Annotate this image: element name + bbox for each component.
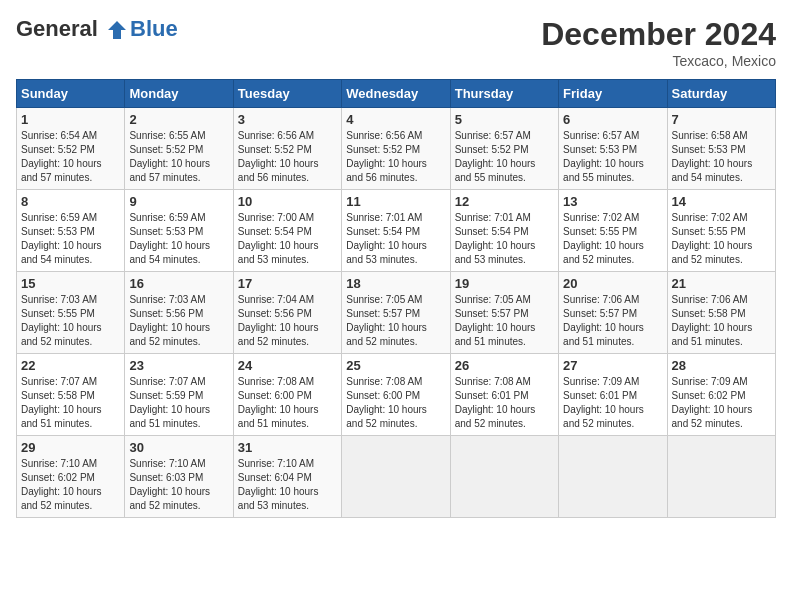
table-row: 3Sunrise: 6:56 AMSunset: 5:52 PMDaylight… — [233, 108, 341, 190]
col-thursday: Thursday — [450, 80, 558, 108]
day-number: 3 — [238, 112, 337, 127]
table-row: 24Sunrise: 7:08 AMSunset: 6:00 PMDayligh… — [233, 354, 341, 436]
svg-marker-0 — [108, 21, 126, 39]
day-number: 4 — [346, 112, 445, 127]
calendar-body: 1Sunrise: 6:54 AMSunset: 5:52 PMDaylight… — [17, 108, 776, 518]
table-row — [342, 436, 450, 518]
day-number: 24 — [238, 358, 337, 373]
calendar-row: 1Sunrise: 6:54 AMSunset: 5:52 PMDaylight… — [17, 108, 776, 190]
table-row: 18Sunrise: 7:05 AMSunset: 5:57 PMDayligh… — [342, 272, 450, 354]
day-number: 21 — [672, 276, 771, 291]
day-detail: Sunrise: 7:08 AMSunset: 6:01 PMDaylight:… — [455, 375, 554, 431]
table-row: 15Sunrise: 7:03 AMSunset: 5:55 PMDayligh… — [17, 272, 125, 354]
table-row: 11Sunrise: 7:01 AMSunset: 5:54 PMDayligh… — [342, 190, 450, 272]
table-row: 4Sunrise: 6:56 AMSunset: 5:52 PMDaylight… — [342, 108, 450, 190]
day-detail: Sunrise: 6:57 AMSunset: 5:53 PMDaylight:… — [563, 129, 662, 185]
day-detail: Sunrise: 7:10 AMSunset: 6:02 PMDaylight:… — [21, 457, 120, 513]
day-detail: Sunrise: 7:05 AMSunset: 5:57 PMDaylight:… — [346, 293, 445, 349]
day-number: 12 — [455, 194, 554, 209]
day-detail: Sunrise: 6:59 AMSunset: 5:53 PMDaylight:… — [21, 211, 120, 267]
day-number: 15 — [21, 276, 120, 291]
day-detail: Sunrise: 7:03 AMSunset: 5:56 PMDaylight:… — [129, 293, 228, 349]
day-detail: Sunrise: 7:06 AMSunset: 5:58 PMDaylight:… — [672, 293, 771, 349]
table-row: 26Sunrise: 7:08 AMSunset: 6:01 PMDayligh… — [450, 354, 558, 436]
calendar-row: 8Sunrise: 6:59 AMSunset: 5:53 PMDaylight… — [17, 190, 776, 272]
col-friday: Friday — [559, 80, 667, 108]
calendar-row: 29Sunrise: 7:10 AMSunset: 6:02 PMDayligh… — [17, 436, 776, 518]
table-row: 13Sunrise: 7:02 AMSunset: 5:55 PMDayligh… — [559, 190, 667, 272]
table-row: 16Sunrise: 7:03 AMSunset: 5:56 PMDayligh… — [125, 272, 233, 354]
day-number: 26 — [455, 358, 554, 373]
table-row: 2Sunrise: 6:55 AMSunset: 5:52 PMDaylight… — [125, 108, 233, 190]
col-sunday: Sunday — [17, 80, 125, 108]
day-detail: Sunrise: 7:08 AMSunset: 6:00 PMDaylight:… — [346, 375, 445, 431]
day-detail: Sunrise: 6:59 AMSunset: 5:53 PMDaylight:… — [129, 211, 228, 267]
day-detail: Sunrise: 6:56 AMSunset: 5:52 PMDaylight:… — [346, 129, 445, 185]
day-detail: Sunrise: 7:02 AMSunset: 5:55 PMDaylight:… — [563, 211, 662, 267]
day-detail: Sunrise: 7:10 AMSunset: 6:03 PMDaylight:… — [129, 457, 228, 513]
table-row: 27Sunrise: 7:09 AMSunset: 6:01 PMDayligh… — [559, 354, 667, 436]
table-row: 20Sunrise: 7:06 AMSunset: 5:57 PMDayligh… — [559, 272, 667, 354]
col-monday: Monday — [125, 80, 233, 108]
table-row: 29Sunrise: 7:10 AMSunset: 6:02 PMDayligh… — [17, 436, 125, 518]
day-detail: Sunrise: 6:56 AMSunset: 5:52 PMDaylight:… — [238, 129, 337, 185]
header-row: Sunday Monday Tuesday Wednesday Thursday… — [17, 80, 776, 108]
day-number: 1 — [21, 112, 120, 127]
title-section: December 2024 Texcaco, Mexico — [541, 16, 776, 69]
page-header: General Blue December 2024 Texcaco, Mexi… — [16, 16, 776, 69]
month-year-title: December 2024 — [541, 16, 776, 53]
table-row: 7Sunrise: 6:58 AMSunset: 5:53 PMDaylight… — [667, 108, 775, 190]
day-detail: Sunrise: 7:00 AMSunset: 5:54 PMDaylight:… — [238, 211, 337, 267]
day-detail: Sunrise: 7:01 AMSunset: 5:54 PMDaylight:… — [346, 211, 445, 267]
day-detail: Sunrise: 7:03 AMSunset: 5:55 PMDaylight:… — [21, 293, 120, 349]
day-detail: Sunrise: 7:09 AMSunset: 6:01 PMDaylight:… — [563, 375, 662, 431]
table-row: 19Sunrise: 7:05 AMSunset: 5:57 PMDayligh… — [450, 272, 558, 354]
col-wednesday: Wednesday — [342, 80, 450, 108]
day-detail: Sunrise: 7:09 AMSunset: 6:02 PMDaylight:… — [672, 375, 771, 431]
table-row: 30Sunrise: 7:10 AMSunset: 6:03 PMDayligh… — [125, 436, 233, 518]
logo-blue: Blue — [130, 16, 178, 42]
day-detail: Sunrise: 7:08 AMSunset: 6:00 PMDaylight:… — [238, 375, 337, 431]
day-number: 10 — [238, 194, 337, 209]
location-subtitle: Texcaco, Mexico — [541, 53, 776, 69]
day-number: 6 — [563, 112, 662, 127]
day-number: 22 — [21, 358, 120, 373]
day-number: 28 — [672, 358, 771, 373]
table-row: 10Sunrise: 7:00 AMSunset: 5:54 PMDayligh… — [233, 190, 341, 272]
day-number: 25 — [346, 358, 445, 373]
table-row: 8Sunrise: 6:59 AMSunset: 5:53 PMDaylight… — [17, 190, 125, 272]
day-number: 9 — [129, 194, 228, 209]
day-number: 5 — [455, 112, 554, 127]
day-number: 7 — [672, 112, 771, 127]
day-number: 8 — [21, 194, 120, 209]
table-row: 6Sunrise: 6:57 AMSunset: 5:53 PMDaylight… — [559, 108, 667, 190]
table-row: 14Sunrise: 7:02 AMSunset: 5:55 PMDayligh… — [667, 190, 775, 272]
day-number: 13 — [563, 194, 662, 209]
table-row: 22Sunrise: 7:07 AMSunset: 5:58 PMDayligh… — [17, 354, 125, 436]
day-number: 20 — [563, 276, 662, 291]
day-detail: Sunrise: 6:54 AMSunset: 5:52 PMDaylight:… — [21, 129, 120, 185]
day-detail: Sunrise: 7:07 AMSunset: 5:58 PMDaylight:… — [21, 375, 120, 431]
logo: General Blue — [16, 16, 178, 42]
table-row: 25Sunrise: 7:08 AMSunset: 6:00 PMDayligh… — [342, 354, 450, 436]
table-row: 1Sunrise: 6:54 AMSunset: 5:52 PMDaylight… — [17, 108, 125, 190]
day-number: 30 — [129, 440, 228, 455]
day-number: 18 — [346, 276, 445, 291]
day-detail: Sunrise: 7:02 AMSunset: 5:55 PMDaylight:… — [672, 211, 771, 267]
table-row: 21Sunrise: 7:06 AMSunset: 5:58 PMDayligh… — [667, 272, 775, 354]
calendar-row: 15Sunrise: 7:03 AMSunset: 5:55 PMDayligh… — [17, 272, 776, 354]
day-detail: Sunrise: 6:55 AMSunset: 5:52 PMDaylight:… — [129, 129, 228, 185]
day-number: 2 — [129, 112, 228, 127]
day-number: 11 — [346, 194, 445, 209]
table-row — [450, 436, 558, 518]
day-number: 14 — [672, 194, 771, 209]
day-number: 17 — [238, 276, 337, 291]
table-row: 9Sunrise: 6:59 AMSunset: 5:53 PMDaylight… — [125, 190, 233, 272]
table-row — [667, 436, 775, 518]
day-detail: Sunrise: 7:05 AMSunset: 5:57 PMDaylight:… — [455, 293, 554, 349]
col-saturday: Saturday — [667, 80, 775, 108]
table-row — [559, 436, 667, 518]
day-detail: Sunrise: 7:01 AMSunset: 5:54 PMDaylight:… — [455, 211, 554, 267]
day-detail: Sunrise: 7:07 AMSunset: 5:59 PMDaylight:… — [129, 375, 228, 431]
table-row: 23Sunrise: 7:07 AMSunset: 5:59 PMDayligh… — [125, 354, 233, 436]
